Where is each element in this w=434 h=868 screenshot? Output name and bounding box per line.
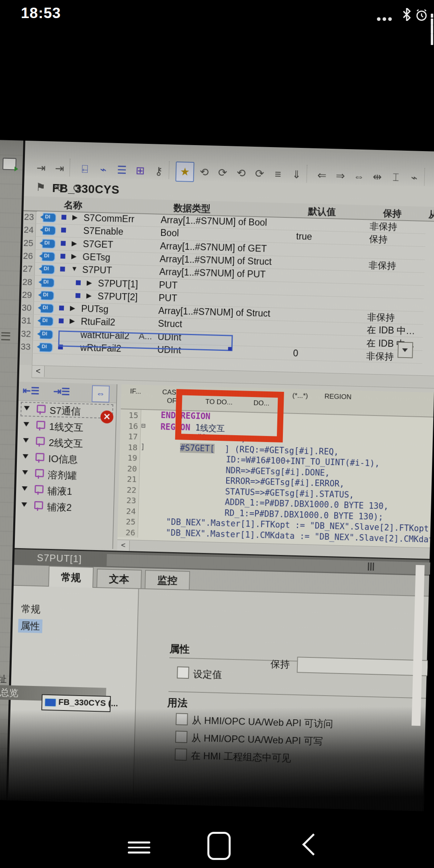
snippet-button[interactable]: IF...	[130, 387, 141, 396]
fold-marker[interactable]: ]	[141, 442, 145, 450]
tree-item-溶剂罐[interactable]: 溶剂罐	[19, 466, 112, 485]
tree-item-S7通信[interactable]: S7通信	[20, 402, 113, 420]
toolbar-icon[interactable]: ⇥	[51, 159, 68, 178]
props-nav-常规[interactable]: 常规	[18, 602, 43, 616]
variable-name[interactable]: GETsg	[82, 252, 111, 263]
toolbar-icon[interactable]: ⟲	[195, 163, 213, 182]
snippet-button[interactable]: (*...*)	[292, 391, 308, 400]
toolbar-icon[interactable]: ⚷	[150, 162, 168, 180]
toolbar-icon[interactable]: ⇓	[288, 165, 305, 184]
tab-常规[interactable]: 常规	[48, 566, 94, 588]
variable-name[interactable]: S7Enable	[83, 225, 123, 237]
collapse-arrow-icon[interactable]	[24, 406, 29, 410]
toolbar-icon[interactable]: ☰	[113, 161, 131, 180]
fold-marker[interactable]: ⊟	[141, 421, 145, 429]
expand-arrow-icon[interactable]: ▶	[86, 291, 92, 300]
retain-input[interactable]	[297, 657, 428, 676]
retain-cell[interactable]: 保持	[369, 233, 388, 246]
datatype-cell[interactable]: Array[1..#S7NUM] of Struct	[158, 305, 270, 319]
retain-dropdown-button[interactable]	[397, 342, 413, 358]
tab-监控[interactable]: 监控	[145, 570, 190, 590]
retain-cell[interactable]: 在 IDB 中…	[367, 324, 416, 338]
toolbar-icon[interactable]: ⍇	[76, 160, 94, 178]
home-button[interactable]	[207, 832, 231, 860]
tab-文本[interactable]: 文本	[96, 569, 142, 588]
toolbar-icon[interactable]: ⇹	[368, 167, 386, 186]
member-marker-icon	[61, 228, 66, 233]
datatype-cell[interactable]: PUT	[159, 279, 178, 291]
toolbar-icon[interactable]: ⇔	[350, 167, 367, 186]
retain-cell[interactable]: 非保持	[369, 220, 397, 233]
retain-cell[interactable]: 非保持	[367, 311, 395, 324]
splitter-grip[interactable]	[1, 332, 10, 341]
datatype-cell[interactable]: Bool	[160, 227, 179, 239]
toolbar-icon[interactable]: ⟳	[214, 163, 231, 182]
variable-name[interactable]: PUTsg	[81, 303, 108, 315]
variable-name[interactable]: S7PUT	[82, 264, 112, 276]
collapse-arrow-icon[interactable]	[23, 422, 29, 426]
collapse-arrow-icon[interactable]	[22, 470, 28, 475]
collapse-arrow-icon[interactable]	[23, 454, 28, 459]
variable-name[interactable]: S7CommErr	[84, 213, 135, 225]
expand-arrow-icon[interactable]: ▶	[72, 239, 77, 248]
collapse-arrow-icon[interactable]	[21, 502, 27, 507]
back-button[interactable]	[302, 833, 324, 856]
col-header-datatype[interactable]: 数据类型	[173, 202, 211, 215]
toolbar-icon[interactable]: ⚑	[32, 178, 49, 197]
variable-name[interactable]: RtuFail2	[81, 316, 115, 328]
toolbar-icon[interactable]: ⇒	[332, 166, 349, 185]
pane-grip[interactable]	[368, 563, 375, 571]
expand-arrow-icon[interactable]: ▶	[70, 304, 76, 312]
toolbar-icon[interactable]: ⇥	[33, 159, 50, 178]
expand-arrow-icon[interactable]: ▶	[71, 252, 77, 260]
collapse-arrow-icon[interactable]	[22, 486, 27, 491]
datatype-cell[interactable]: Array[1..#S7NUM] of GET	[160, 240, 267, 254]
datatype-cell[interactable]: PUT	[158, 293, 177, 304]
setpoint-checkbox[interactable]	[177, 666, 189, 679]
default-value-cell[interactable]: true	[296, 231, 312, 242]
datatype-cell[interactable]: Array[1..#S7NUM] of PUT	[159, 266, 266, 280]
tree-item-辅液1[interactable]: 辅液1	[18, 482, 111, 501]
tree-item-2线交互[interactable]: 2线交互	[20, 434, 113, 452]
collapse-arrow-icon[interactable]: ▼	[71, 265, 78, 273]
tree-item-IO信息[interactable]: IO信息	[19, 450, 112, 469]
toolbar-icon[interactable]: ⟲	[232, 164, 250, 183]
toolbar-icon[interactable]: ≡	[269, 165, 287, 184]
variable-name[interactable]: S7PUT[1]	[98, 278, 138, 290]
props-nav-属性[interactable]: 属性	[18, 619, 43, 633]
retain-cell[interactable]: 非保持	[368, 259, 397, 272]
datatype-cell[interactable]: Array[1..#S7NUM] of Struct	[160, 254, 272, 267]
collapse-arrow-icon[interactable]	[23, 438, 29, 442]
default-value-cell[interactable]: 0	[293, 348, 298, 359]
taskbar-tab-fb330cys[interactable]: FB_330CYS (...	[41, 694, 111, 712]
tree-item-1线交互[interactable]: 1线交互	[20, 418, 113, 436]
datatype-cell[interactable]: Struct	[158, 318, 182, 330]
toolbar-icon[interactable]: ⌶	[387, 168, 404, 187]
col-header-name[interactable]: 名称	[63, 199, 82, 212]
expand-arrow-icon[interactable]: ▶	[70, 317, 75, 325]
expand-arrow-icon[interactable]: ▶	[87, 278, 92, 287]
expand-all-icon[interactable]: ⇥☰	[53, 386, 70, 397]
collapse-all-icon[interactable]: ⇤☰	[23, 385, 39, 397]
splitter-toggle-button[interactable]: ⇔	[92, 385, 110, 403]
scroll-left-button[interactable]: <	[117, 540, 130, 551]
tree-item-辅液2[interactable]: 辅液2	[18, 498, 111, 517]
toolbar-icon[interactable]: ⇐	[313, 166, 330, 185]
variable-name[interactable]: S7GET	[83, 238, 113, 250]
retain-cell[interactable]: 非保持	[366, 350, 394, 363]
toolbar-icon[interactable]: ⌁	[405, 168, 423, 187]
col-header-from[interactable]: 从	[428, 208, 434, 221]
datatype-cell[interactable]: Array[1..#S7NUM] of Bool	[161, 215, 267, 228]
col-header-retain[interactable]: 保持	[383, 207, 402, 220]
toolbar-icon[interactable]: ★	[175, 162, 194, 182]
variable-name[interactable]: S7PUT[2]	[98, 291, 138, 303]
scroll-left-button[interactable]: <	[32, 366, 45, 377]
col-header-default[interactable]: 默认值	[308, 205, 336, 219]
selection-handle[interactable]	[228, 347, 231, 350]
toolbar-icon[interactable]: ⌁	[95, 160, 112, 179]
snippet-button[interactable]: REGION	[324, 392, 352, 401]
toolbar-icon[interactable]: ⟳	[251, 164, 268, 183]
toolbar-icon[interactable]: ⊞	[132, 161, 149, 180]
expand-arrow-icon[interactable]: ▶	[72, 213, 78, 221]
recents-button[interactable]	[128, 838, 150, 857]
